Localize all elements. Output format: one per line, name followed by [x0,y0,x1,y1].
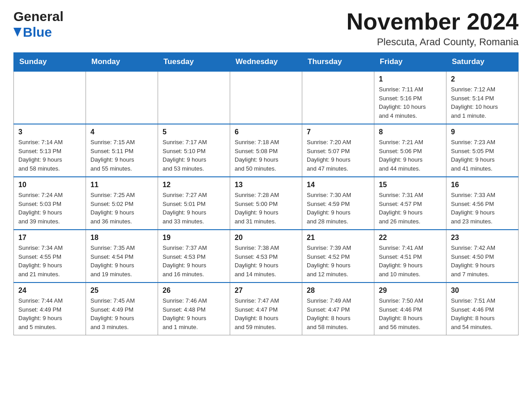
calendar-cell [302,71,374,124]
calendar-table: SundayMondayTuesdayWednesdayThursdayFrid… [13,52,519,335]
logo-general-text: General [13,9,64,25]
day-info: Sunrise: 7:51 AM Sunset: 4:46 PM Dayligh… [451,296,514,331]
calendar-header-tuesday: Tuesday [158,53,230,72]
day-number: 9 [451,128,514,136]
day-info: Sunrise: 7:28 AM Sunset: 5:00 PM Dayligh… [235,191,297,226]
calendar-week-row: 3Sunrise: 7:14 AM Sunset: 5:13 PM Daylig… [14,124,519,177]
day-number: 28 [307,287,369,295]
day-info: Sunrise: 7:47 AM Sunset: 4:47 PM Dayligh… [235,296,297,331]
day-number: 10 [18,181,81,189]
calendar-cell: 21Sunrise: 7:39 AM Sunset: 4:52 PM Dayli… [302,230,374,283]
day-number: 22 [379,234,442,242]
month-title: November 2024 [347,9,519,34]
day-number: 18 [90,234,153,242]
day-info: Sunrise: 7:42 AM Sunset: 4:50 PM Dayligh… [451,244,514,278]
calendar-cell [230,71,302,124]
calendar-cell: 29Sunrise: 7:50 AM Sunset: 4:46 PM Dayli… [374,283,446,335]
day-number: 24 [18,287,81,295]
calendar-header-sunday: Sunday [14,53,86,72]
calendar-cell: 12Sunrise: 7:27 AM Sunset: 5:01 PM Dayli… [158,177,230,230]
day-number: 30 [451,287,514,295]
calendar-cell: 6Sunrise: 7:18 AM Sunset: 5:08 PM Daylig… [230,124,302,177]
day-info: Sunrise: 7:45 AM Sunset: 4:49 PM Dayligh… [90,296,153,331]
calendar-header-friday: Friday [374,53,446,72]
day-info: Sunrise: 7:18 AM Sunset: 5:08 PM Dayligh… [235,138,297,173]
day-info: Sunrise: 7:20 AM Sunset: 5:07 PM Dayligh… [307,138,369,173]
calendar-cell: 14Sunrise: 7:30 AM Sunset: 4:59 PM Dayli… [302,177,374,230]
calendar-cell: 16Sunrise: 7:33 AM Sunset: 4:56 PM Dayli… [446,177,519,230]
calendar-cell: 23Sunrise: 7:42 AM Sunset: 4:50 PM Dayli… [446,230,519,283]
day-number: 8 [379,128,442,136]
day-info: Sunrise: 7:30 AM Sunset: 4:59 PM Dayligh… [307,191,369,226]
day-info: Sunrise: 7:44 AM Sunset: 4:49 PM Dayligh… [18,296,81,331]
calendar-cell: 28Sunrise: 7:49 AM Sunset: 4:47 PM Dayli… [302,283,374,335]
calendar-week-row: 1Sunrise: 7:11 AM Sunset: 5:16 PM Daylig… [14,71,519,124]
svg-marker-0 [13,28,21,37]
day-number: 15 [379,181,442,189]
day-info: Sunrise: 7:50 AM Sunset: 4:46 PM Dayligh… [379,296,442,331]
day-info: Sunrise: 7:24 AM Sunset: 5:03 PM Dayligh… [18,191,81,226]
calendar-cell: 30Sunrise: 7:51 AM Sunset: 4:46 PM Dayli… [446,283,519,335]
page-header: General Blue November 2024 Plescuta, Ara… [13,9,519,48]
calendar-cell: 24Sunrise: 7:44 AM Sunset: 4:49 PM Dayli… [14,283,86,335]
day-info: Sunrise: 7:37 AM Sunset: 4:53 PM Dayligh… [163,244,225,278]
day-info: Sunrise: 7:34 AM Sunset: 4:55 PM Dayligh… [18,244,81,278]
calendar-cell: 15Sunrise: 7:31 AM Sunset: 4:57 PM Dayli… [374,177,446,230]
day-info: Sunrise: 7:49 AM Sunset: 4:47 PM Dayligh… [307,296,369,331]
day-number: 5 [163,128,225,136]
location-text: Plescuta, Arad County, Romania [347,36,519,48]
calendar-header-thursday: Thursday [302,53,374,72]
day-number: 12 [163,181,225,189]
logo: General Blue [13,9,64,40]
calendar-cell: 7Sunrise: 7:20 AM Sunset: 5:07 PM Daylig… [302,124,374,177]
day-number: 6 [235,128,297,136]
day-info: Sunrise: 7:12 AM Sunset: 5:14 PM Dayligh… [451,85,514,120]
calendar-cell: 11Sunrise: 7:25 AM Sunset: 5:02 PM Dayli… [86,177,158,230]
day-info: Sunrise: 7:46 AM Sunset: 4:48 PM Dayligh… [163,296,225,331]
day-number: 3 [18,128,81,136]
day-number: 17 [18,234,81,242]
calendar-cell: 18Sunrise: 7:35 AM Sunset: 4:54 PM Dayli… [86,230,158,283]
calendar-cell: 3Sunrise: 7:14 AM Sunset: 5:13 PM Daylig… [14,124,86,177]
day-info: Sunrise: 7:27 AM Sunset: 5:01 PM Dayligh… [163,191,225,226]
day-number: 14 [307,181,369,189]
calendar-cell: 1Sunrise: 7:11 AM Sunset: 5:16 PM Daylig… [374,71,446,124]
day-info: Sunrise: 7:41 AM Sunset: 4:51 PM Dayligh… [379,244,442,278]
day-info: Sunrise: 7:33 AM Sunset: 4:56 PM Dayligh… [451,191,514,226]
calendar-cell: 25Sunrise: 7:45 AM Sunset: 4:49 PM Dayli… [86,283,158,335]
day-number: 25 [90,287,153,295]
day-number: 27 [235,287,297,295]
calendar-cell: 26Sunrise: 7:46 AM Sunset: 4:48 PM Dayli… [158,283,230,335]
day-info: Sunrise: 7:35 AM Sunset: 4:54 PM Dayligh… [90,244,153,278]
day-number: 11 [90,181,153,189]
calendar-cell: 27Sunrise: 7:47 AM Sunset: 4:47 PM Dayli… [230,283,302,335]
calendar-cell: 9Sunrise: 7:23 AM Sunset: 5:05 PM Daylig… [446,124,519,177]
calendar-cell: 19Sunrise: 7:37 AM Sunset: 4:53 PM Dayli… [158,230,230,283]
calendar-cell [158,71,230,124]
calendar-header-saturday: Saturday [446,53,519,72]
logo-blue-text: Blue [13,25,64,40]
calendar-cell: 20Sunrise: 7:38 AM Sunset: 4:53 PM Dayli… [230,230,302,283]
day-number: 16 [451,181,514,189]
day-info: Sunrise: 7:39 AM Sunset: 4:52 PM Dayligh… [307,244,369,278]
calendar-cell: 22Sunrise: 7:41 AM Sunset: 4:51 PM Dayli… [374,230,446,283]
calendar-header-row: SundayMondayTuesdayWednesdayThursdayFrid… [14,53,519,72]
day-number: 29 [379,287,442,295]
calendar-cell: 13Sunrise: 7:28 AM Sunset: 5:00 PM Dayli… [230,177,302,230]
day-number: 4 [90,128,153,136]
day-number: 2 [451,75,514,83]
calendar-cell: 10Sunrise: 7:24 AM Sunset: 5:03 PM Dayli… [14,177,86,230]
day-number: 7 [307,128,369,136]
day-number: 19 [163,234,225,242]
calendar-week-row: 24Sunrise: 7:44 AM Sunset: 4:49 PM Dayli… [14,283,519,335]
day-info: Sunrise: 7:17 AM Sunset: 5:10 PM Dayligh… [163,138,225,173]
calendar-cell: 8Sunrise: 7:21 AM Sunset: 5:06 PM Daylig… [374,124,446,177]
calendar-cell: 5Sunrise: 7:17 AM Sunset: 5:10 PM Daylig… [158,124,230,177]
day-number: 26 [163,287,225,295]
day-info: Sunrise: 7:31 AM Sunset: 4:57 PM Dayligh… [379,191,442,226]
day-number: 21 [307,234,369,242]
calendar-cell [14,71,86,124]
calendar-cell: 17Sunrise: 7:34 AM Sunset: 4:55 PM Dayli… [14,230,86,283]
day-info: Sunrise: 7:23 AM Sunset: 5:05 PM Dayligh… [451,138,514,173]
calendar-cell: 2Sunrise: 7:12 AM Sunset: 5:14 PM Daylig… [446,71,519,124]
